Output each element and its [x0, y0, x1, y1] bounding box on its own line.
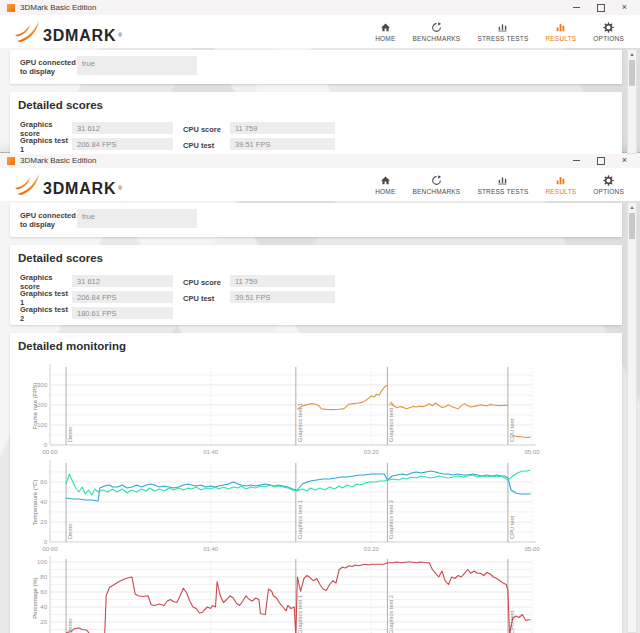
maximize-button[interactable] — [597, 4, 605, 12]
score-value: 180.61 FPS — [72, 307, 173, 319]
score-label: CPU score — [183, 276, 230, 287]
detailed-monitoring-heading: Detailed monitoring — [18, 339, 622, 353]
nav-options[interactable]: OPTIONS — [593, 175, 624, 195]
svg-text:03:20: 03:20 — [364, 546, 380, 552]
app-header: 3DMARK ® HOME BENCHMARKS STRESS TESTS RE… — [0, 168, 640, 201]
close-button[interactable]: × — [622, 156, 627, 165]
nav-label: OPTIONS — [593, 35, 624, 42]
nav-label: STRESS TESTS — [477, 188, 528, 195]
options-icon — [603, 22, 614, 33]
svg-text:100: 100 — [37, 559, 48, 565]
logo-text: 3DMARK — [43, 28, 116, 44]
detailed-scores-heading: Detailed scores — [18, 98, 622, 112]
score-value: 11 759 — [230, 122, 335, 134]
gpu-connected-label: GPU connected to display — [20, 209, 77, 229]
app-icon — [7, 157, 15, 165]
benchmarks-icon — [431, 175, 442, 186]
gpu-info-card: GPU connected to display true — [10, 50, 622, 84]
svg-text:Demo: Demo — [67, 524, 73, 539]
window-front: 3DMark Basic Edition × 3DMARK ® HOME — [0, 153, 640, 633]
scroll-up-arrow[interactable]: ▲ — [628, 203, 636, 212]
nav-results[interactable]: RESULTS — [545, 175, 576, 195]
results-icon — [555, 175, 566, 186]
nav-home[interactable]: HOME — [375, 175, 395, 195]
score-value: 39.51 FPS — [230, 138, 335, 150]
benchmarks-icon — [431, 22, 442, 33]
window-back: 3DMark Basic Edition × 3DMARK ® HOME — [0, 0, 640, 154]
results-icon — [555, 22, 566, 33]
svg-text:20: 20 — [40, 619, 47, 625]
svg-text:100: 100 — [37, 422, 48, 428]
nav-label: OPTIONS — [593, 188, 624, 195]
nav-stress-tests[interactable]: STRESS TESTS — [477, 22, 528, 42]
temperature-chart: 020406000:0001:4003:2005:00DemoGraphics … — [30, 457, 622, 554]
score-label: Graphics test 2 — [20, 150, 72, 154]
svg-text:05:00: 05:00 — [524, 546, 540, 552]
svg-text:60: 60 — [40, 589, 47, 595]
frame-rate-chart: 010020030000:0001:4003:2005:00DemoGraphi… — [30, 359, 622, 457]
svg-text:20: 20 — [40, 519, 47, 525]
score-value: 206.84 FPS — [72, 291, 173, 303]
score-value: 39.51 FPS — [230, 291, 335, 303]
window-title: 3DMark Basic Edition — [20, 3, 568, 12]
titlebar[interactable]: 3DMark Basic Edition × — [0, 153, 640, 168]
svg-text:Demo: Demo — [67, 427, 73, 442]
nav-benchmarks[interactable]: BENCHMARKS — [413, 175, 461, 195]
svg-text:01:40: 01:40 — [203, 546, 219, 552]
scroll-up-arrow[interactable]: ▲ — [628, 50, 636, 59]
3dmark-logo: 3DMARK ® — [14, 20, 123, 44]
gpu-info-card: GPU connected to display true — [10, 203, 622, 237]
score-label: CPU test — [183, 139, 230, 150]
score-row: Graphics score 31 612 CPU score 11 759 — [10, 271, 622, 287]
score-label: CPU test — [183, 292, 230, 303]
registered-mark: ® — [118, 185, 122, 191]
home-icon — [380, 22, 391, 33]
nav-benchmarks[interactable]: BENCHMARKS — [413, 22, 461, 42]
app-header: 3DMARK ® HOME BENCHMARKS STRESS TESTS RE… — [0, 15, 640, 48]
maximize-button[interactable] — [597, 157, 605, 165]
nav-label: HOME — [375, 188, 395, 195]
svg-text:CPU test: CPU test — [509, 515, 515, 539]
gpu-connected-value: true — [77, 209, 197, 228]
close-button[interactable]: × — [622, 3, 627, 12]
score-value: 11 759 — [230, 275, 335, 287]
scrollbar-thumb[interactable] — [629, 60, 635, 86]
app-icon — [7, 4, 15, 12]
minimize-button[interactable] — [573, 7, 580, 8]
scrollbar-thumb[interactable] — [629, 213, 635, 239]
gpu-connected-row: GPU connected to display true — [10, 203, 622, 237]
nav-home[interactable]: HOME — [375, 22, 395, 42]
gpu-connected-value: true — [77, 56, 197, 75]
svg-text:60: 60 — [40, 479, 47, 485]
nav-label: BENCHMARKS — [413, 188, 461, 195]
svg-text:Frame rate (FPS): Frame rate (FPS) — [32, 383, 38, 430]
nav-label: BENCHMARKS — [413, 35, 461, 42]
nav-options[interactable]: OPTIONS — [593, 22, 624, 42]
detailed-scores-heading: Detailed scores — [18, 251, 622, 265]
svg-text:01:40: 01:40 — [203, 449, 219, 455]
svg-text:40: 40 — [40, 604, 47, 610]
titlebar[interactable]: 3DMark Basic Edition × — [0, 0, 640, 15]
svg-text:200: 200 — [37, 402, 48, 408]
svg-text:Graphics test 1: Graphics test 1 — [297, 595, 303, 633]
gpu-connected-label: GPU connected to display — [20, 56, 77, 76]
vertical-scrollbar[interactable]: ▲ — [627, 49, 637, 154]
score-row: Graphics test 2 180.61 FPS — [10, 303, 622, 319]
3dmark-swoosh-icon — [14, 20, 40, 44]
content-area: GPU connected to display true Detailed s… — [0, 48, 640, 154]
nav-results[interactable]: RESULTS — [545, 22, 576, 42]
main-nav: HOME BENCHMARKS STRESS TESTS RESULTS OPT… — [375, 22, 624, 42]
content-area: GPU connected to display true Detailed s… — [0, 201, 640, 633]
logo-text: 3DMARK — [43, 181, 116, 197]
registered-mark: ® — [118, 32, 122, 38]
svg-text:00:00: 00:00 — [42, 449, 58, 455]
vertical-scrollbar[interactable]: ▲ — [627, 202, 637, 633]
svg-text:Graphics test 2: Graphics test 2 — [388, 403, 394, 442]
minimize-button[interactable] — [573, 160, 580, 161]
svg-text:00:00: 00:00 — [42, 546, 58, 552]
nav-stress-tests[interactable]: STRESS TESTS — [477, 175, 528, 195]
score-value: 31 612 — [72, 122, 173, 134]
3dmark-logo: 3DMARK ® — [14, 173, 123, 197]
svg-text:80: 80 — [40, 574, 47, 580]
svg-text:Temperature (°C): Temperature (°C) — [32, 479, 38, 525]
